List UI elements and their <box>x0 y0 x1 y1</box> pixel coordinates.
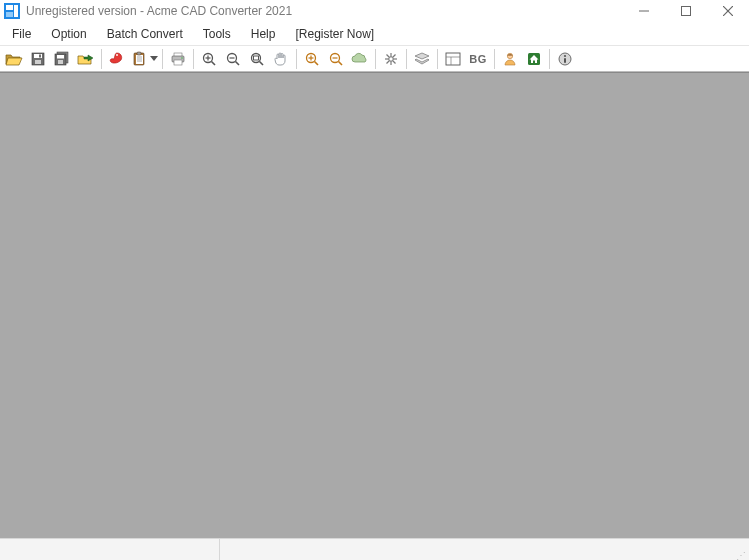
layout-button[interactable] <box>441 48 465 70</box>
status-pane-left <box>0 539 220 560</box>
pan-button[interactable] <box>269 48 293 70</box>
regen-button[interactable] <box>379 48 403 70</box>
svg-rect-15 <box>58 60 63 64</box>
bg-icon: BG <box>469 53 487 65</box>
clipboard-icon <box>131 51 149 67</box>
printer-icon <box>169 51 187 67</box>
svg-line-28 <box>212 61 216 65</box>
zoom-out-icon <box>225 51 241 67</box>
svg-rect-3 <box>6 12 13 17</box>
background-button[interactable]: BG <box>465 48 491 70</box>
svg-point-26 <box>181 57 183 59</box>
toolbar: BG <box>0 46 749 72</box>
app-icon <box>4 3 20 19</box>
separator <box>193 49 194 69</box>
person-icon <box>502 51 518 67</box>
separator <box>437 49 438 69</box>
separator <box>162 49 163 69</box>
svg-point-16 <box>116 54 118 56</box>
zoom-all-button[interactable] <box>324 48 348 70</box>
copy-clipboard-button[interactable] <box>129 48 151 70</box>
folder-open-icon <box>5 51 23 67</box>
pdf-icon <box>108 51 126 67</box>
svg-rect-14 <box>57 55 64 59</box>
open-button[interactable] <box>2 48 26 70</box>
about-button[interactable] <box>553 48 577 70</box>
zoom-window-button[interactable] <box>245 48 269 70</box>
menu-tools[interactable]: Tools <box>193 24 241 44</box>
titlebar: Unregistered version - Acme CAD Converte… <box>0 0 749 22</box>
svg-point-48 <box>389 56 393 60</box>
svg-line-42 <box>339 61 343 65</box>
svg-line-32 <box>236 61 240 65</box>
svg-rect-25 <box>174 60 182 65</box>
window-controls <box>623 0 749 22</box>
svg-point-34 <box>252 53 261 62</box>
statusbar: ⋰ <box>0 538 749 560</box>
separator <box>101 49 102 69</box>
canvas-area[interactable] <box>0 72 749 538</box>
floppy-icon <box>30 51 46 67</box>
menu-file[interactable]: File <box>2 24 41 44</box>
svg-rect-1 <box>6 5 13 10</box>
3d-view-button[interactable] <box>348 48 372 70</box>
print-button[interactable] <box>166 48 190 70</box>
svg-rect-19 <box>137 52 141 55</box>
close-button[interactable] <box>707 0 749 22</box>
status-pane-right: ⋰ <box>220 539 749 560</box>
menu-help[interactable]: Help <box>241 24 286 44</box>
menu-register-now[interactable]: [Register Now] <box>285 24 384 44</box>
menu-batch-convert[interactable]: Batch Convert <box>97 24 193 44</box>
info-icon <box>557 51 573 67</box>
layout-icon <box>444 51 462 67</box>
zoom-in-icon <box>201 51 217 67</box>
support-button[interactable] <box>498 48 522 70</box>
separator <box>494 49 495 69</box>
floppy-multi-icon <box>53 51 71 67</box>
pdf-button[interactable] <box>105 48 129 70</box>
separator <box>375 49 376 69</box>
svg-point-52 <box>507 53 512 58</box>
menubar: File Option Batch Convert Tools Help [Re… <box>0 22 749 46</box>
zoom-extents-icon <box>304 51 320 67</box>
resize-grip-icon[interactable]: ⋰ <box>736 552 747 560</box>
window-title: Unregistered version - Acme CAD Converte… <box>26 4 623 18</box>
zoom-window-icon <box>249 51 265 67</box>
home-icon <box>526 51 542 67</box>
hand-icon <box>272 51 290 67</box>
minimize-button[interactable] <box>623 0 665 22</box>
svg-rect-56 <box>564 58 566 63</box>
svg-point-55 <box>564 54 566 56</box>
svg-rect-36 <box>254 56 259 60</box>
gear-burst-icon <box>382 51 400 67</box>
menu-option[interactable]: Option <box>41 24 96 44</box>
layers-icon <box>413 51 431 67</box>
folder-arrow-icon <box>77 51 95 67</box>
export-button[interactable] <box>74 48 98 70</box>
separator <box>549 49 550 69</box>
maximize-button[interactable] <box>665 0 707 22</box>
svg-rect-49 <box>446 53 460 65</box>
home-button[interactable] <box>522 48 546 70</box>
zoom-out-button[interactable] <box>221 48 245 70</box>
svg-rect-11 <box>39 54 41 57</box>
svg-rect-5 <box>682 7 691 16</box>
save-button[interactable] <box>26 48 50 70</box>
zoom-extents-button[interactable] <box>300 48 324 70</box>
svg-rect-2 <box>14 5 18 17</box>
zoom-in-button[interactable] <box>197 48 221 70</box>
separator <box>296 49 297 69</box>
svg-rect-18 <box>136 55 143 64</box>
cloud-3d-icon <box>351 52 369 66</box>
svg-line-38 <box>315 61 319 65</box>
svg-line-35 <box>260 61 264 65</box>
save-all-button[interactable] <box>50 48 74 70</box>
layers-button[interactable] <box>410 48 434 70</box>
svg-rect-10 <box>35 60 41 64</box>
zoom-all-icon <box>328 51 344 67</box>
separator <box>406 49 407 69</box>
